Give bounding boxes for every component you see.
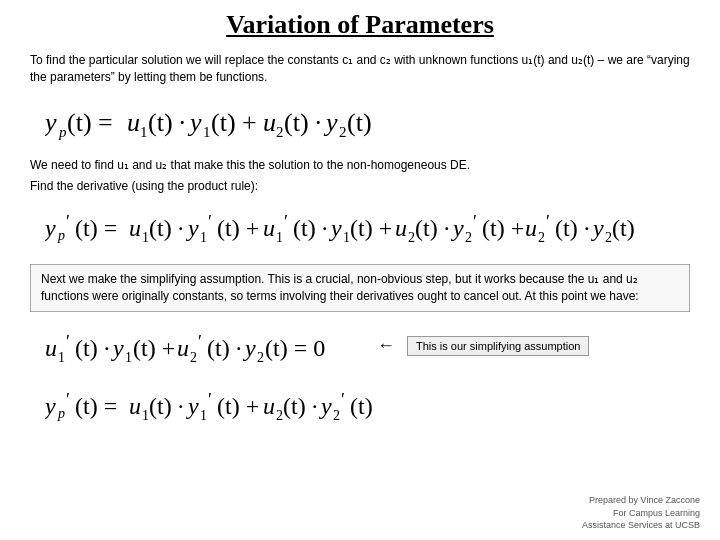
svg-text:(t) ·: (t) ·: [555, 215, 590, 241]
svg-text:1: 1: [343, 230, 350, 245]
svg-text:2: 2: [538, 230, 545, 245]
svg-text:2: 2: [465, 230, 472, 245]
svg-text:p: p: [57, 406, 65, 421]
svg-text:y: y: [451, 215, 464, 241]
svg-text:y: y: [187, 108, 202, 137]
svg-text:′: ′: [208, 390, 212, 410]
svg-text:(t) ·: (t) ·: [207, 335, 242, 361]
svg-text:(t): (t): [350, 393, 373, 419]
svg-text:1: 1: [200, 408, 207, 423]
svg-text:1: 1: [276, 230, 283, 245]
svg-text:(t) +: (t) +: [211, 108, 257, 137]
page-title: Variation of Parameters: [30, 10, 690, 40]
svg-text:y: y: [45, 393, 56, 419]
footer-line1: Prepared by Vince Zaccone: [582, 494, 700, 507]
svg-text:1: 1: [142, 408, 149, 423]
svg-text:′: ′: [198, 332, 202, 352]
svg-text:′: ′: [284, 212, 288, 232]
formula-yp-prime: y p ′ (t) = u 1 (t) · y 1 ′ (t) + u 1 ′ …: [45, 200, 690, 256]
svg-text:u: u: [263, 215, 275, 241]
formula-yp: y p (t) = u 1 (t) · y 1 (t) + u 2 (t) · …: [45, 95, 690, 151]
svg-text:(t) =: (t) =: [67, 108, 113, 137]
svg-text:(t) ·: (t) ·: [283, 393, 318, 419]
svg-text:(t) ·: (t) ·: [415, 215, 450, 241]
svg-text:y: y: [186, 215, 199, 241]
svg-text:u: u: [525, 215, 537, 241]
svg-text:(t): (t): [612, 215, 635, 241]
svg-text:(t) =: (t) =: [75, 215, 117, 241]
svg-text:(t) +: (t) +: [482, 215, 524, 241]
svg-text:(t) ·: (t) ·: [148, 108, 186, 137]
svg-text:(t) ·: (t) ·: [293, 215, 328, 241]
intro-text: To find the particular solution we will …: [30, 52, 690, 87]
svg-text:1: 1: [125, 350, 132, 365]
svg-text:y: y: [111, 335, 124, 361]
explanation-box: Next we make the simplifying assumption.…: [30, 264, 690, 312]
simplifying-label: This is our simplifying assumption: [407, 336, 589, 356]
svg-text:2: 2: [276, 408, 283, 423]
svg-text:(t) ·: (t) ·: [149, 215, 184, 241]
svg-text:′: ′: [473, 212, 477, 232]
svg-text:′: ′: [341, 390, 345, 410]
simplifying-assumption-row: u 1 ′ (t) · y 1 (t) + u 2 ′ (t) · y 2 (t…: [45, 320, 690, 372]
footer-line3: Assistance Services at UCSB: [582, 519, 700, 532]
page: Variation of Parameters To find the part…: [0, 0, 720, 540]
svg-text:(t) +: (t) +: [133, 335, 175, 361]
svg-text:(t) ·: (t) ·: [149, 393, 184, 419]
svg-text:y: y: [591, 215, 604, 241]
svg-text:′: ′: [546, 212, 550, 232]
svg-text:1: 1: [142, 230, 149, 245]
svg-text:2: 2: [333, 408, 340, 423]
svg-text:u: u: [45, 335, 57, 361]
svg-text:y: y: [329, 215, 342, 241]
svg-text:(t) = 0: (t) = 0: [265, 335, 325, 361]
left-arrow: ←: [377, 335, 395, 356]
svg-text:′: ′: [66, 390, 70, 410]
svg-text:(t) +: (t) +: [350, 215, 392, 241]
svg-text:(t) +: (t) +: [217, 393, 259, 419]
svg-text:u: u: [127, 108, 140, 137]
svg-text:u: u: [129, 393, 141, 419]
svg-text:1: 1: [140, 124, 148, 140]
svg-text:y: y: [186, 393, 199, 419]
note2-text: Find the derivative (using the product r…: [30, 178, 690, 195]
svg-text:2: 2: [257, 350, 264, 365]
svg-text:′: ′: [66, 332, 70, 352]
svg-text:2: 2: [276, 124, 284, 140]
svg-text:p: p: [58, 124, 67, 140]
svg-text:u: u: [177, 335, 189, 361]
svg-text:u: u: [263, 393, 275, 419]
svg-text:′: ′: [66, 212, 70, 232]
svg-text:2: 2: [339, 124, 347, 140]
svg-text:2: 2: [190, 350, 197, 365]
svg-text:y: y: [243, 335, 256, 361]
svg-text:(t) ·: (t) ·: [284, 108, 322, 137]
svg-text:y: y: [323, 108, 338, 137]
svg-text:(t): (t): [347, 108, 372, 137]
svg-text:p: p: [57, 228, 65, 243]
svg-text:1: 1: [200, 230, 207, 245]
formula-yp-simplified: y p ′ (t) = u 1 (t) · y 1 ′ (t) + u 2 (t…: [45, 378, 690, 434]
svg-text:(t) ·: (t) ·: [75, 335, 110, 361]
svg-text:2: 2: [408, 230, 415, 245]
svg-text:′: ′: [208, 212, 212, 232]
svg-text:y: y: [319, 393, 332, 419]
svg-text:1: 1: [203, 124, 211, 140]
note1-text: We need to find u₁ and u₂ that make this…: [30, 157, 690, 174]
svg-text:(t) =: (t) =: [75, 393, 117, 419]
svg-text:1: 1: [58, 350, 65, 365]
svg-text:(t) +: (t) +: [217, 215, 259, 241]
footer: Prepared by Vince Zaccone For Campus Lea…: [582, 494, 700, 532]
svg-text:2: 2: [605, 230, 612, 245]
svg-text:u: u: [395, 215, 407, 241]
svg-text:u: u: [263, 108, 276, 137]
footer-line2: For Campus Learning: [582, 507, 700, 520]
svg-text:y: y: [45, 108, 57, 137]
svg-text:y: y: [45, 215, 56, 241]
svg-text:u: u: [129, 215, 141, 241]
